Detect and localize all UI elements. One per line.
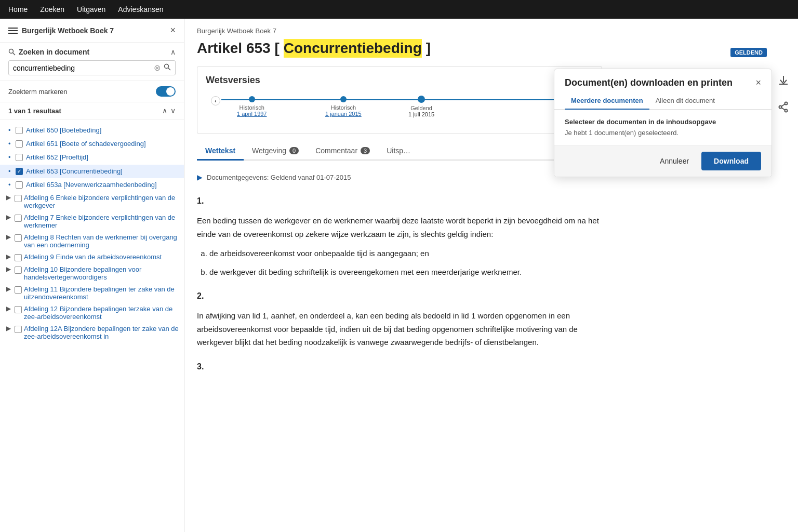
wetsversies-box: Wetsversies ‹ Historisch 1 april 1997 Hi… [197, 66, 602, 134]
sec-checkbox-7[interactable] [15, 215, 22, 222]
timeline-date-3: 1 juli 2015 [408, 111, 434, 117]
wetgeving-badge: 0 [289, 147, 299, 154]
search-icon [8, 48, 16, 56]
hamburger-icon[interactable] [8, 28, 18, 34]
expand-section-7[interactable]: ▶ [4, 214, 12, 221]
popup-close-button[interactable]: × [755, 77, 761, 88]
sec-checkbox-12a[interactable] [15, 326, 22, 333]
checkbox-653[interactable]: ✓ [16, 168, 23, 175]
sec-checkbox-12[interactable] [15, 306, 22, 313]
timeline-date-1[interactable]: 1 april 1997 [237, 111, 267, 117]
timeline-prev-button[interactable]: ‹ [211, 96, 220, 105]
sidebar: Burgerlijk Wetboek Boek 7 × Zoeken in do… [0, 19, 184, 532]
para-number-1: 1. [197, 194, 602, 208]
timeline-item-2: Historisch 1 januari 2015 [325, 96, 362, 117]
sec-checkbox-10[interactable] [15, 267, 22, 274]
nav-advieskansen[interactable]: Advieskansen [118, 5, 163, 14]
share-toolbar-button[interactable] [774, 98, 793, 116]
list-item-653a[interactable]: • Artikel 653a [Nevenwerkzaamhedenbeding… [0, 178, 184, 192]
checkbox-653a[interactable] [16, 181, 23, 189]
article-content: 1. Een beding tussen de werkgever en de … [197, 194, 602, 374]
search-label-row: Zoeken in document ∧ [8, 48, 176, 56]
main-content: GELDEND Burgerlijk Wetboek Boek 7 Artike… [184, 19, 798, 532]
tab-wettekst[interactable]: Wettekst [197, 142, 244, 161]
expand-section-8[interactable]: ▶ [4, 233, 12, 241]
sec-checkbox-6[interactable] [15, 195, 22, 202]
download-button[interactable]: Download [701, 152, 761, 170]
tabs: Wettekst Wetgeving 0 Commentaar 3 Uitsp… [197, 142, 602, 161]
paragraph-3: 3. [197, 360, 602, 374]
search-submit-button[interactable] [164, 63, 171, 73]
search-section-collapse-button[interactable]: ∧ [170, 48, 176, 56]
annuleer-button[interactable]: Annuleer [654, 153, 695, 169]
nav-home[interactable]: Home [8, 5, 28, 14]
svg-line-3 [168, 68, 171, 70]
checkbox-652[interactable] [16, 154, 23, 161]
article-suffix: ] [426, 40, 431, 57]
list-item[interactable]: • Artikel 651 [Boete of schadevergoeding… [0, 137, 184, 151]
tree-section-6[interactable]: ▶ Afdeling 6 Enkele bijzondere verplicht… [0, 192, 184, 211]
tree-section-12[interactable]: ▶ Afdeling 12 Bijzondere bepalingen terz… [0, 303, 184, 323]
commentaar-badge: 3 [361, 147, 370, 154]
search-input[interactable] [13, 64, 151, 72]
svg-line-1 [13, 53, 16, 56]
sec-checkbox-11[interactable] [15, 286, 22, 294]
timeline-item-3: Geldend 1 juli 2015 [408, 96, 434, 117]
tree-section-10[interactable]: ▶ Afdeling 10 Bijzondere bepalingen voor… [0, 263, 184, 283]
breadcrumb: Burgerlijk Wetboek Boek 7 [197, 27, 786, 35]
tab-uitsp[interactable]: Uitsp… [378, 142, 419, 161]
checkbox-651[interactable] [16, 140, 23, 148]
expand-section-9[interactable]: ▶ [4, 253, 12, 260]
svg-point-6 [779, 106, 782, 109]
sec-checkbox-8[interactable] [15, 234, 22, 242]
results-next-button[interactable]: ∨ [170, 107, 176, 115]
timeline-date-2[interactable]: 1 januari 2015 [325, 111, 362, 117]
mark-row: Zoekterm markeren [0, 81, 184, 102]
list-item-653[interactable]: • ✓ Artikel 653 [Concurrentiebeding] [0, 165, 184, 178]
search-section-label: Zoeken in document [8, 48, 89, 56]
list-item[interactable]: • Artikel 652 [Proeftijd] [0, 151, 184, 164]
timeline-item-1: Historisch 1 april 1997 [237, 96, 267, 117]
expand-section-12a[interactable]: ▶ [4, 325, 12, 332]
nav-zoeken[interactable]: Zoeken [40, 5, 64, 14]
article-title: Artikel 653 [Concurrentiebeding] [197, 39, 786, 58]
mark-label: Zoekterm markeren [8, 88, 67, 96]
nav-uitgaven[interactable]: Uitgaven [77, 5, 105, 14]
doc-info-expand-button[interactable]: ▶ [197, 173, 203, 181]
download-popup: Document(en) downloaden en printen × Mee… [554, 69, 772, 177]
expand-section-10[interactable]: ▶ [4, 265, 12, 273]
popup-tab-meerdere[interactable]: Meerdere documenten [565, 92, 649, 110]
svg-point-4 [785, 102, 788, 105]
tab-commentaar[interactable]: Commentaar 3 [307, 142, 378, 161]
expand-section-6[interactable]: ▶ [4, 194, 12, 201]
search-clear-button[interactable]: ⊗ [154, 63, 161, 73]
para-text-1: Een beding tussen de werkgever en de wer… [197, 214, 602, 241]
popup-tab-alleen[interactable]: Alleen dit document [649, 92, 721, 110]
tab-wetgeving[interactable]: Wetgeving 0 [244, 142, 307, 161]
list-item-a: de arbeidsovereenkomst voor onbepaalde t… [209, 247, 602, 260]
expand-section-12[interactable]: ▶ [4, 305, 12, 312]
expand-section-11[interactable]: ▶ [4, 285, 12, 292]
para-text-2: In afwijking van lid 1, aanhef, en onder… [197, 309, 602, 349]
checkbox-650[interactable] [16, 127, 23, 134]
list-item[interactable]: • Artikel 650 [Boetebeding] [0, 124, 184, 137]
sidebar-close-button[interactable]: × [170, 25, 176, 36]
tree-section-9[interactable]: ▶ Afdeling 9 Einde van de arbeidsovereen… [0, 251, 184, 263]
tree-section-7[interactable]: ▶ Afdeling 7 Enkele bijzondere verplicht… [0, 211, 184, 231]
article-highlight: Concurrentiebeding [284, 39, 422, 58]
search-section: Zoeken in document ∧ ⊗ [0, 43, 184, 81]
list-item-b: de werkgever dit beding schriftelijk is … [209, 265, 602, 279]
tree-section-12a[interactable]: ▶ Afdeling 12A Bijzondere bepalingen ter… [0, 323, 184, 342]
download-toolbar-button[interactable] [774, 71, 793, 89]
sec-checkbox-9[interactable] [15, 254, 22, 261]
popup-title: Document(en) downloaden en printen [565, 77, 733, 88]
popup-body: Selecteer de documenten in de inhoudsopg… [554, 110, 772, 145]
results-prev-button[interactable]: ∧ [162, 107, 167, 115]
mark-toggle[interactable] [156, 86, 176, 97]
tree-section-11[interactable]: ▶ Afdeling 11 Bijzondere bepalingen ter … [0, 283, 184, 303]
tree-section-8[interactable]: ▶ Afdeling 8 Rechten van de werknemer bi… [0, 231, 184, 251]
doc-info-text: Documentgegevens: Geldend vanaf 01-07-20… [207, 174, 351, 181]
doc-info-row: ▶ Documentgegevens: Geldend vanaf 01-07-… [197, 169, 602, 185]
timeline: ‹ Historisch 1 april 1997 Historisch 1 j… [211, 94, 593, 125]
nav-arrows: ∧ ∨ [162, 107, 176, 115]
